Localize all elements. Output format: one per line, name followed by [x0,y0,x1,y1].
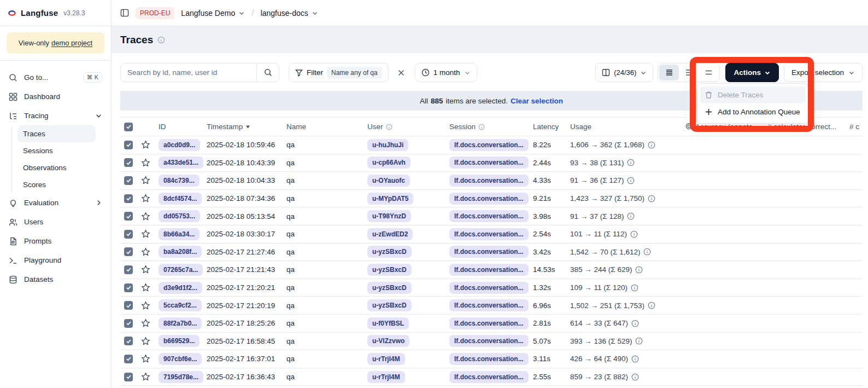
column-header-calculator_correct[interactable]: # calculator-correct... [767,123,849,131]
trace-id-badge[interactable]: dd05753... [159,210,200,222]
bookmark-star-icon[interactable] [141,318,159,328]
sidebar-item-tracing[interactable]: Tracing [4,106,107,125]
row-checkbox[interactable] [124,283,133,292]
session-badge[interactable]: lf.docs.conversation... [449,264,529,276]
sidebar-item-users[interactable]: Users [4,212,107,231]
columns-button[interactable]: (24/36) [595,63,653,82]
trace-id-badge[interactable]: 8dcf4574... [159,193,202,205]
usage-info-icon[interactable] [630,230,638,238]
user-badge[interactable]: u-f0YfBSL [367,317,409,329]
project-switcher[interactable]: langfuse-docs [261,9,318,18]
menu-item-delete-traces[interactable]: Delete Traces [700,86,805,103]
row-height-medium[interactable] [679,65,699,80]
user-badge[interactable]: u-yzSBxcD [367,282,412,294]
row-checkbox[interactable] [124,355,133,363]
column-header-timestamp[interactable]: Timestamp [207,123,286,131]
user-badge[interactable]: u-huJhuJi [367,139,408,151]
user-badge[interactable]: u-rTrjI4M [367,353,405,365]
user-badge[interactable]: u-yzSBxcD [367,246,412,258]
user-badge[interactable]: u-VIZzvwo [367,335,409,347]
sidebar-item-playground[interactable]: Playground [4,251,107,270]
trace-id-badge[interactable]: 907cbf6e... [159,353,202,365]
session-badge[interactable]: lf.docs.conversation... [449,371,529,383]
session-badge[interactable]: lf.docs.conversation... [449,299,529,311]
bookmark-star-icon[interactable] [141,354,159,363]
row-checkbox[interactable] [124,194,133,203]
session-badge[interactable]: lf.docs.conversation... [449,282,529,294]
sidebar-item-scores[interactable]: Scores [17,176,96,193]
export-selection-button[interactable]: Export selection [784,63,863,82]
sidebar-item-sessions[interactable]: Sessions [17,142,96,159]
clear-selection-link[interactable]: Clear selection [511,97,563,105]
trace-id-badge[interactable]: 7195d78e... [159,371,203,383]
row-height-small[interactable] [659,65,679,80]
bookmark-star-icon[interactable] [141,337,159,346]
session-badge[interactable]: lf.docs.conversation... [449,335,529,347]
user-badge[interactable]: u-yzSBxcD [367,264,412,276]
usage-info-icon[interactable] [631,320,639,327]
trace-id-badge[interactable]: ba8a208f... [159,246,202,258]
bookmark-star-icon[interactable] [141,301,159,310]
sidebar-item-datasets[interactable]: Datasets [4,270,107,289]
search-input[interactable] [121,68,256,77]
clear-filter-icon[interactable] [393,63,409,82]
trace-id-badge[interactable]: 8b66a34... [159,228,200,240]
bookmark-star-icon[interactable] [141,229,159,239]
row-checkbox[interactable] [124,158,133,167]
trace-id-badge[interactable]: b669529... [159,335,200,347]
sidebar-toggle-icon[interactable] [120,9,129,18]
usage-info-icon[interactable] [627,159,635,166]
sidebar-item-dashboard[interactable]: Dashboard [4,87,107,106]
user-badge[interactable]: u-MYpDAT5 [367,193,413,205]
column-header-name[interactable]: Name [286,123,367,131]
session-badge[interactable]: lf.docs.conversation... [449,246,529,258]
trace-id-badge[interactable]: d3e9d1f2... [159,282,202,294]
session-badge[interactable]: lf.docs.conversation... [449,228,529,240]
row-checkbox[interactable] [124,337,133,345]
user-badge[interactable]: u-T98YnzD [367,210,411,222]
search-icon[interactable] [257,68,279,77]
usage-info-icon[interactable] [648,141,655,149]
bookmark-star-icon[interactable] [141,372,159,381]
select-all-checkbox[interactable] [124,123,133,131]
column-header-user[interactable]: User [367,123,449,131]
sidebar-item-goto[interactable]: Go to...⌘ K [4,68,107,87]
usage-info-icon[interactable] [635,337,643,345]
bookmark-star-icon[interactable] [141,194,159,203]
usage-info-icon[interactable] [631,373,639,381]
row-checkbox[interactable] [124,230,133,239]
org-switcher[interactable]: Langfuse Demo [181,9,245,18]
sidebar-item-traces[interactable]: Traces [17,125,96,142]
session-badge[interactable]: lf.docs.conversation... [449,317,529,329]
user-badge[interactable]: u-rTrjI4M [367,371,405,383]
session-badge[interactable]: lf.docs.conversation... [449,353,529,365]
trace-id-badge[interactable]: 88f2a7b0... [159,317,202,329]
filter-button[interactable]: Filter Name any of qa [289,63,389,82]
row-checkbox[interactable] [124,176,133,185]
session-badge[interactable]: lf.docs.conversation... [449,175,529,187]
bookmark-star-icon[interactable] [141,158,159,167]
trace-id-badge[interactable]: 5cca9cf2... [159,299,202,311]
row-checkbox[interactable] [124,265,133,274]
column-header-usage[interactable]: Usage [570,123,685,131]
session-badge[interactable]: lf.docs.conversation... [449,193,529,205]
row-checkbox[interactable] [124,319,133,328]
bookmark-star-icon[interactable] [141,247,159,257]
sidebar-item-evaluation[interactable]: Evaluation [4,193,107,212]
usage-info-icon[interactable] [648,195,655,202]
column-header-c3[interactable]: # c [849,123,863,131]
sidebar-item-prompts[interactable]: Prompts [4,231,107,251]
usage-info-icon[interactable] [635,266,643,274]
usage-info-icon[interactable] [627,177,635,184]
session-badge[interactable]: lf.docs.conversation... [449,157,529,169]
row-checkbox[interactable] [124,301,133,310]
demo-project-link[interactable]: demo project [51,39,92,47]
usage-info-icon[interactable] [648,302,655,309]
row-height-large[interactable] [699,65,718,80]
bookmark-star-icon[interactable] [141,140,159,149]
trace-id-badge[interactable]: 084c739... [159,175,200,187]
session-badge[interactable]: lf.docs.conversation... [449,210,529,222]
session-badge[interactable]: lf.docs.conversation... [449,139,529,151]
row-checkbox[interactable] [124,141,133,149]
trace-id-badge[interactable]: a433de51... [159,157,203,169]
